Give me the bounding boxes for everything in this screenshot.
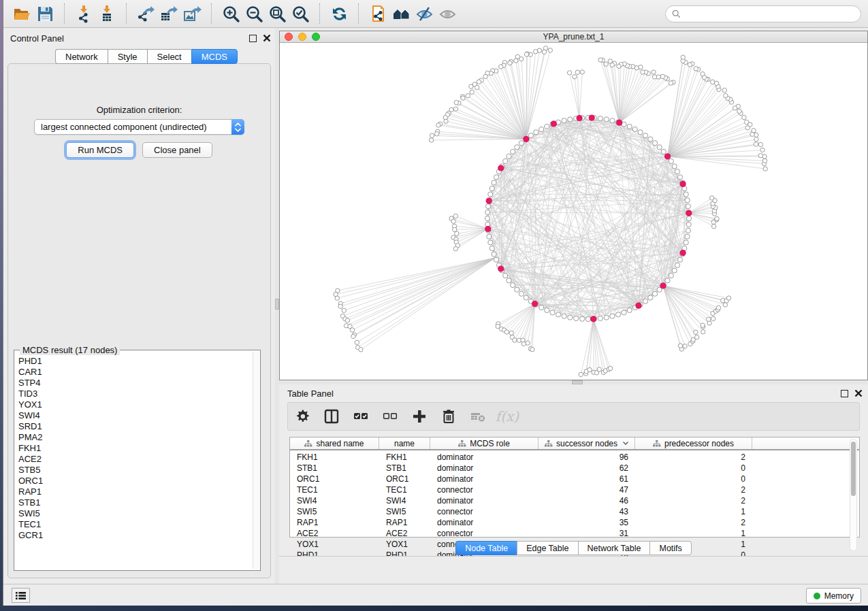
deselect-all-rows-icon[interactable] xyxy=(381,408,399,425)
mcds-result-item[interactable]: GCR1 xyxy=(18,530,252,541)
table-row[interactable]: SWI5SWI5connector431 xyxy=(290,506,859,517)
mcds-result-item[interactable]: PHD1 xyxy=(18,356,252,367)
toolbar-separator xyxy=(319,3,320,24)
table-row[interactable]: FKH1FKH1dominator962 xyxy=(290,452,859,463)
table-cell: dominator xyxy=(430,474,539,484)
table-cell: connector xyxy=(430,506,539,517)
optimization-criterion-select[interactable]: largest connected component (undirected) xyxy=(34,119,244,135)
table-row[interactable]: SWI4SWI4dominator462 xyxy=(290,495,859,506)
mcds-panel: Optimization criterion: largest connecte… xyxy=(7,63,271,578)
zoom-in-icon[interactable] xyxy=(219,2,242,25)
mcds-result-item[interactable]: YOX1 xyxy=(18,399,252,410)
task-history-button[interactable] xyxy=(12,588,30,603)
zoom-out-icon[interactable] xyxy=(242,2,266,25)
column-header-successor-nodes[interactable]: successor nodes xyxy=(539,437,635,449)
delete-columns-icon[interactable] xyxy=(440,408,457,425)
export-network-icon[interactable] xyxy=(134,2,157,25)
table-cell: RAP1 xyxy=(379,517,430,528)
export-table-icon[interactable] xyxy=(157,2,180,25)
float-table-panel-icon[interactable] xyxy=(841,390,848,397)
new-network-from-selection-icon[interactable] xyxy=(366,2,389,25)
mcds-result-item[interactable]: TEC1 xyxy=(18,519,252,530)
mcds-result-item[interactable]: SWI5 xyxy=(18,508,252,519)
table-row[interactable]: RAP1RAP1dominator352 xyxy=(290,517,859,528)
mcds-result-item[interactable]: STP4 xyxy=(18,378,252,389)
mcds-result-item[interactable]: STB5 xyxy=(18,465,252,476)
table-cell: connector xyxy=(430,528,539,539)
task-list-icon xyxy=(16,591,26,600)
table-cell: FKH1 xyxy=(290,452,379,463)
tab-style[interactable]: Style xyxy=(108,49,147,64)
tab-select[interactable]: Select xyxy=(147,49,191,64)
table-cell: ORC1 xyxy=(379,474,430,484)
table-cell: SWI4 xyxy=(290,495,379,506)
mcds-result-item[interactable]: SWI4 xyxy=(18,410,252,421)
mcds-result-item[interactable]: ACE2 xyxy=(18,454,252,465)
table-cell: dominator xyxy=(430,463,539,474)
toolbar-separator xyxy=(211,3,212,24)
table-row[interactable]: TEC1TEC1connector472 xyxy=(290,484,859,495)
zoom-fit-icon[interactable] xyxy=(266,2,289,25)
table-cell: 35 xyxy=(539,517,635,528)
new-column-icon[interactable] xyxy=(411,408,428,425)
table-mode-icon[interactable] xyxy=(293,408,311,425)
close-table-panel-icon[interactable] xyxy=(854,389,863,397)
mcds-result-item[interactable]: PMA2 xyxy=(18,432,252,443)
table-row[interactable]: STB1STB1dominator620 xyxy=(290,463,859,474)
network-window-title: YPA_prune.txt_1 xyxy=(280,32,867,42)
tab-network[interactable]: Network xyxy=(55,49,108,64)
refresh-layout-icon[interactable] xyxy=(327,2,351,25)
tab-mcds[interactable]: MCDS xyxy=(191,49,238,64)
tab-edge-table[interactable]: Edge Table xyxy=(517,541,577,555)
column-header-name[interactable]: name xyxy=(379,437,430,449)
mcds-result-item[interactable]: RAP1 xyxy=(18,486,252,497)
delete-table-icon xyxy=(469,408,487,425)
table-cell: TEC1 xyxy=(290,484,379,495)
mcds-result-item[interactable]: SRD1 xyxy=(18,421,252,432)
tab-motifs[interactable]: Motifs xyxy=(649,541,691,555)
import-table-icon[interactable] xyxy=(95,2,118,25)
table-cell: 61 xyxy=(539,474,635,484)
select-all-rows-icon[interactable] xyxy=(352,408,370,425)
mcds-result-item[interactable]: ORC1 xyxy=(18,476,252,486)
tab-network-table[interactable]: Network Table xyxy=(578,541,650,555)
import-network-icon[interactable] xyxy=(72,2,95,25)
table-cell: 1 xyxy=(635,528,752,539)
save-session-icon[interactable] xyxy=(33,2,57,25)
column-header-shared-name[interactable]: shared name xyxy=(290,437,379,449)
network-graph xyxy=(280,43,867,379)
table-row[interactable]: ACE2ACE2connector311 xyxy=(290,528,859,539)
float-panel-icon[interactable] xyxy=(249,35,257,42)
memory-button[interactable]: Memory xyxy=(806,588,861,604)
close-panel-icon[interactable] xyxy=(263,34,271,42)
mcds-result-item[interactable]: TID3 xyxy=(18,389,252,399)
control-panel: Control Panel NetworkStyleSelectMCDS Opt… xyxy=(3,28,275,584)
search-input[interactable] xyxy=(684,9,854,18)
table-cell: STB1 xyxy=(290,463,379,474)
mcds-result-title: MCDS result (17 nodes) xyxy=(20,345,120,355)
table-row[interactable]: ORC1ORC1dominator610 xyxy=(290,474,859,484)
mcds-result-item[interactable]: STB1 xyxy=(18,497,252,508)
open-file-icon[interactable] xyxy=(10,2,33,25)
tab-node-table[interactable]: Node Table xyxy=(455,541,517,555)
show-columns-icon[interactable] xyxy=(323,408,340,425)
network-canvas[interactable] xyxy=(280,43,867,380)
zoom-selected-icon[interactable] xyxy=(289,2,312,25)
table-cell: 2 xyxy=(635,495,752,506)
show-all-icon[interactable] xyxy=(436,2,459,25)
memory-label: Memory xyxy=(824,591,854,601)
mcds-result-item[interactable]: FKH1 xyxy=(18,443,252,454)
function-builder-icon: f(x) xyxy=(498,408,516,425)
table-cell: RAP1 xyxy=(290,517,379,528)
table-scrollbar-thumb[interactable] xyxy=(851,442,856,496)
first-neighbors-icon[interactable] xyxy=(389,2,413,25)
hide-selected-icon[interactable] xyxy=(413,2,436,25)
table-cell: 31 xyxy=(539,528,635,539)
export-image-icon[interactable] xyxy=(180,2,204,25)
run-mcds-button[interactable]: Run MCDS xyxy=(66,142,134,158)
column-header-MCDS-role[interactable]: MCDS role xyxy=(430,437,539,449)
result-scrollbar[interactable] xyxy=(253,352,259,569)
close-panel-button[interactable]: Close panel xyxy=(142,142,212,158)
column-header-predecessor-nodes[interactable]: predecessor nodes xyxy=(635,437,752,449)
mcds-result-item[interactable]: CAR1 xyxy=(18,367,252,378)
